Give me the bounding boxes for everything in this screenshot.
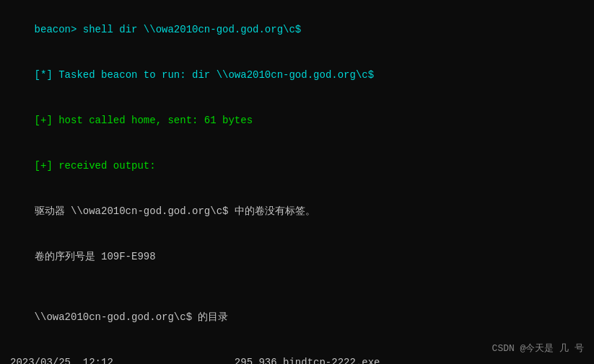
host-line: [+] host called home, sent: 61 bytes (10, 98, 584, 143)
received-line: [+] received output: (10, 143, 584, 189)
blank-line-1 (10, 280, 584, 295)
dir-header-line: \\owa2010cn-god.god.org\c$ 的目录 (10, 295, 584, 340)
drive-line: 驱动器 \\owa2010cn-god.god.org\c$ 中的卷没有标签。 (10, 189, 584, 234)
received-text: [+] received output: (35, 160, 156, 172)
dir-header-text: \\owa2010cn-god.god.org\c$ 的目录 (35, 311, 229, 323)
tasked-line: [*] Tasked beacon to run: dir \\owa2010c… (10, 53, 584, 98)
prompt-label: beacon> shell dir \\owa2010cn-god.god.or… (35, 24, 302, 35)
table-row: 2023/03/25 12:12 295,936 bindtcp-2222.ex… (10, 355, 584, 364)
serial-line: 卷的序列号是 109F-E998 (10, 234, 584, 280)
terminal-window: beacon> shell dir \\owa2010cn-god.god.or… (0, 0, 594, 364)
dir-entries-list: 2023/03/25 12:12 295,936 bindtcp-2222.ex… (10, 355, 584, 364)
drive-text: 驱动器 \\owa2010cn-god.god.org\c$ 中的卷没有标签。 (35, 205, 315, 217)
tasked-text: [*] Tasked beacon to run: dir \\owa2010c… (35, 69, 374, 81)
host-text: [+] host called home, sent: 61 bytes (35, 115, 253, 126)
serial-text: 卷的序列号是 109F-E998 (35, 251, 156, 262)
watermark-label: CSDN @今天是 几 号 (492, 342, 584, 356)
prompt-line: beacon> shell dir \\owa2010cn-god.god.or… (10, 7, 584, 53)
